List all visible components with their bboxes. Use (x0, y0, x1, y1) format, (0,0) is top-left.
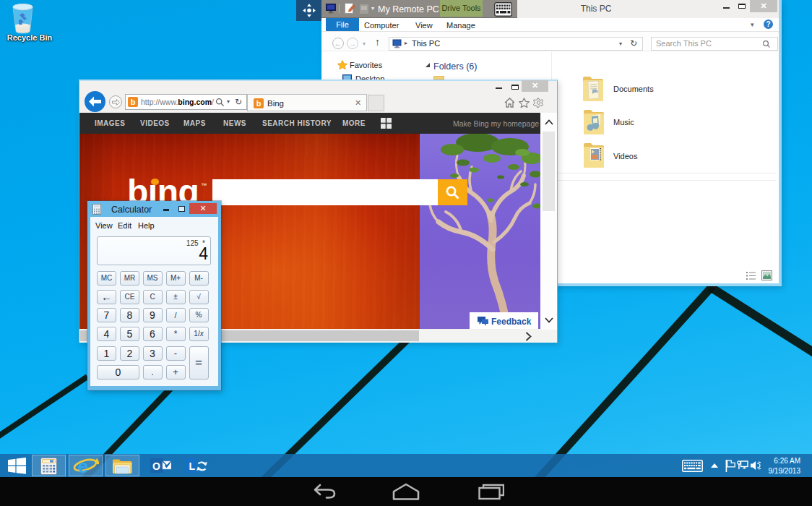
svg-text:e: e (78, 455, 88, 476)
svg-text:O: O (152, 460, 160, 472)
svg-text:L: L (189, 460, 195, 472)
